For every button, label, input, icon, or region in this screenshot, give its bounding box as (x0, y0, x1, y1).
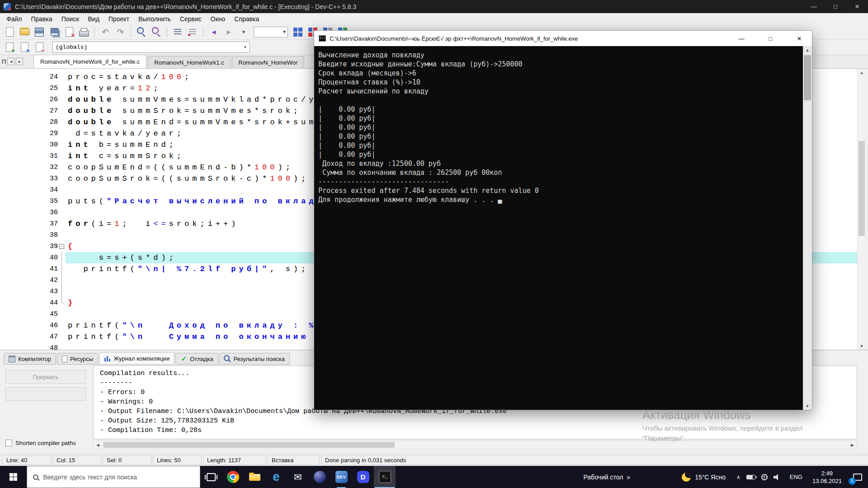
scroll-up-icon[interactable]: ▲ (803, 46, 812, 54)
open-file-button[interactable] (18, 26, 31, 38)
replace-button[interactable] (150, 26, 163, 38)
scroll-down-icon[interactable]: ▼ (858, 342, 866, 350)
bottom-tab-resources[interactable]: Ресурсы (57, 353, 98, 365)
globals-combo[interactable]: (globals) ▾ (52, 42, 250, 53)
console-maximize-button[interactable]: □ (758, 31, 783, 46)
undo-button[interactable] (99, 26, 112, 38)
back-button[interactable] (207, 26, 221, 38)
minimize-button[interactable]: — (803, 0, 825, 13)
print-button[interactable] (77, 26, 91, 38)
notification-center-button[interactable]: 5 (847, 474, 868, 481)
clock[interactable]: 2:49 13.06.2021 (807, 469, 847, 485)
search-results-icon (224, 356, 231, 362)
line-number: 45 (0, 309, 58, 320)
bottom-tab-search-results[interactable]: Результаты поиска (219, 353, 290, 365)
taskbar-app-eclipse[interactable] (309, 466, 330, 488)
editor-tab[interactable]: RomanovN_HomeWor (232, 56, 305, 68)
battery-icon[interactable] (746, 475, 755, 479)
desktop-toolbar[interactable]: Рабочий стол » (577, 474, 637, 481)
weather-widget[interactable]: 15°C Ясно (675, 473, 732, 482)
scrollbar-thumb[interactable] (859, 141, 865, 236)
scrollbar-thumb[interactable] (804, 55, 811, 100)
taskbar-app-edge[interactable] (265, 466, 287, 488)
add-file-button[interactable] (18, 41, 31, 54)
close-button[interactable]: ✕ (846, 0, 868, 13)
menu-item[interactable]: Справка (230, 14, 264, 23)
console-scrollbar[interactable]: ▲ ▼ (803, 46, 812, 410)
remove-file-button[interactable] (33, 41, 46, 54)
bottom-tab-compiler[interactable]: Компилятор (4, 353, 56, 365)
history-dropdown-button[interactable] (237, 26, 250, 38)
console-icon (319, 35, 326, 42)
log-horizontal-scrollbar[interactable]: ◀ ▶ (93, 441, 857, 449)
statusbar-field: Sel: 0 (103, 455, 151, 465)
console-line: | 0.00 руб| (318, 141, 803, 150)
taskbar-app-devcpp[interactable] (330, 466, 352, 488)
network-icon[interactable] (761, 474, 768, 480)
compiler-profile-combo[interactable] (254, 27, 288, 38)
forward-button[interactable] (222, 26, 236, 38)
taskbar-app-mail[interactable] (287, 466, 309, 488)
tab-scroll-right-icon[interactable]: ► (16, 58, 23, 65)
editor-tab[interactable]: RomanovN_HomeWork_if_for_while.c (33, 55, 146, 68)
menu-item[interactable]: Поиск (57, 14, 84, 23)
start-button[interactable] (0, 466, 27, 488)
taskbar-app-chrome[interactable] (222, 466, 244, 488)
console-titlebar[interactable]: C:\Users\Davakin\Documents\─юь ЁрсюЄ√ эр… (314, 31, 812, 46)
maximize-button[interactable]: □ (825, 0, 846, 13)
code-text: s=s+(s*d); (68, 252, 177, 263)
menu-item[interactable]: Окно (206, 14, 230, 23)
console-minimize-button[interactable]: — (729, 31, 754, 46)
find-button[interactable] (135, 26, 148, 38)
hidden-icons-chevron-icon[interactable]: ∧ (736, 474, 741, 480)
tab-scroll-left-icon[interactable]: ◄ (7, 58, 14, 65)
secondary-button[interactable] (5, 387, 86, 401)
task-view-button[interactable] (200, 466, 222, 488)
scroll-up-icon[interactable]: ▲ (858, 69, 866, 76)
code-segment: ); (278, 163, 293, 172)
console-window[interactable]: C:\Users\Davakin\Documents\─юь ЁрсюЄ√ эр… (314, 30, 812, 410)
taskbar-app-console[interactable] (374, 466, 396, 488)
menu-item[interactable]: Выполнить (134, 14, 175, 23)
console-line: Введите исходные данные:Сумма вклада (ру… (318, 60, 803, 69)
menu-item[interactable]: Проект (104, 14, 134, 23)
compile-button[interactable] (291, 26, 305, 38)
code-segment: int (68, 141, 91, 149)
scrollbar-thumb[interactable] (103, 442, 395, 448)
bookmarks-button[interactable] (186, 26, 199, 38)
fold-marker[interactable]: − (59, 244, 64, 249)
menu-item[interactable]: Сервис (175, 14, 206, 23)
editor-vertical-scrollbar[interactable]: ▲ ▼ (857, 69, 866, 350)
tabstrip: RomanovN_HomeWork_if_for_while.cRomanovN… (33, 55, 305, 68)
close-file-button[interactable] (62, 26, 76, 38)
language-indicator[interactable]: ENG (785, 474, 807, 480)
shorten-paths-checkbox[interactable] (5, 440, 12, 446)
replace-icon (151, 27, 162, 38)
bottom-tab-compile-log[interactable]: Журнал компиляции (99, 352, 175, 365)
goto-line-button[interactable] (171, 26, 184, 38)
menu-item[interactable]: Вид (84, 14, 104, 23)
new-source-button[interactable] (3, 41, 16, 54)
scroll-down-icon[interactable]: ▼ (803, 402, 812, 410)
toolbar-separator (203, 27, 203, 38)
menu-item[interactable]: Правка (26, 14, 57, 23)
scroll-left-icon[interactable]: ◀ (94, 441, 102, 449)
editor-tab[interactable]: RomanovN_HomeWork1.c (147, 56, 231, 68)
taskbar-app-explorer[interactable] (244, 466, 265, 488)
redo-button[interactable] (113, 26, 127, 38)
bottom-tab-debug[interactable]: Отладка (175, 353, 218, 365)
save-all-button[interactable] (47, 26, 61, 38)
save-button[interactable] (33, 26, 46, 38)
scrollbar-track[interactable] (102, 441, 848, 449)
taskbar-search[interactable]: Введите здесь текст для поиска (27, 466, 200, 488)
taskbar-app-discord[interactable] (352, 466, 374, 488)
new-file-button[interactable] (3, 26, 16, 38)
scroll-right-icon[interactable]: ▶ (848, 441, 857, 449)
volume-icon[interactable] (774, 474, 781, 480)
console-close-button[interactable]: ✕ (787, 31, 812, 46)
chevron-right-icon[interactable]: » (627, 474, 630, 481)
menu-item[interactable]: Файл (2, 14, 26, 23)
line-number: 31 (0, 150, 58, 162)
clock-date: 13.06.2021 (812, 477, 842, 485)
abort-button[interactable]: Прервать (5, 370, 86, 384)
